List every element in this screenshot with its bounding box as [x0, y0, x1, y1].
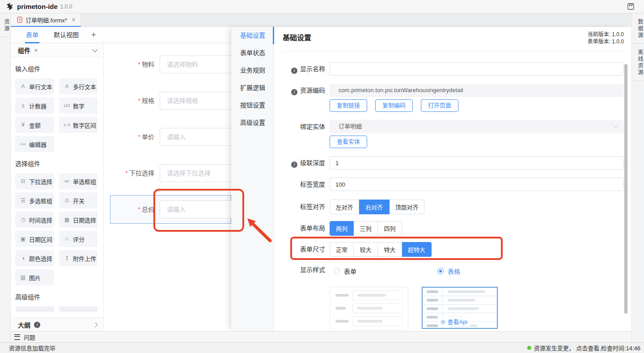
component-label: 日期区间 — [29, 235, 52, 243]
field-input-规格[interactable]: 请选择规格 — [160, 92, 231, 110]
resource-code-value: com.primeton.ton.psi.tonWarehousingentry… — [330, 84, 624, 97]
component-date-picker[interactable]: ▦日期选择 — [59, 212, 98, 228]
button-复制链接[interactable]: 复制链接 — [330, 99, 367, 112]
save-icon[interactable] — [627, 3, 634, 10]
settings-nav-基础设置[interactable]: 基础设置 — [231, 27, 274, 44]
color-picker-icon: ◑ — [19, 255, 27, 261]
section-title: 选择组件 — [15, 159, 99, 168]
components-panel-header[interactable]: 组件 ≡ — [11, 43, 103, 57]
component-color-picker[interactable]: ◑颜色选择 — [15, 250, 54, 266]
field-input-下拉选择[interactable]: 请选择下拉选择 — [160, 164, 231, 182]
settings-nav-按钮设置[interactable]: 按钮设置 — [231, 97, 274, 114]
date-picker-icon: ▦ — [63, 217, 71, 223]
component-label: 多选框组 — [29, 196, 52, 205]
right-rail-item-1[interactable]: 离线资源 — [632, 48, 644, 81]
button-复制编码[interactable]: 复制编码 — [375, 99, 413, 112]
option-三列[interactable]: 三列 — [354, 221, 378, 236]
option-特大[interactable]: 特大 — [378, 242, 402, 257]
field-row-单价: *单价请输入 — [104, 128, 231, 146]
component-radio-group[interactable]: ≔单选框组 — [59, 173, 98, 189]
skeleton-row — [423, 288, 497, 296]
required-asterisk: * — [138, 133, 140, 140]
skeleton-row — [423, 305, 497, 313]
info-icon: i — [291, 162, 297, 168]
component-switch[interactable]: ⊙开关 — [59, 192, 98, 208]
cascade-depth-label: i级联深度 — [231, 156, 325, 170]
option-顶部对齐[interactable]: 顶部对齐 — [390, 200, 424, 214]
add-view-button[interactable]: + — [91, 30, 96, 40]
component-single-line-text[interactable]: A单行文本 — [15, 78, 54, 94]
component-number-range[interactable]: 1~3数字区间 — [59, 117, 98, 133]
component-dropdown-select[interactable]: ⊟下拉选择 — [15, 173, 54, 189]
left-rail-resources[interactable]: 资源 — [0, 18, 10, 37]
component-date-range[interactable]: ▣日期区间 — [15, 231, 54, 247]
radio-icon — [334, 268, 340, 274]
required-asterisk: * — [138, 97, 140, 104]
option-较大[interactable]: 较大 — [354, 242, 378, 257]
component-checkbox-group[interactable]: ☰多选框组 — [15, 192, 54, 208]
tab-form[interactable]: 表单 — [26, 27, 38, 43]
radio-group-icon: ≔ — [63, 178, 71, 184]
tab-close-icon[interactable]: × — [71, 16, 76, 23]
component-clipped[interactable] — [59, 306, 98, 312]
option-两列[interactable]: 两列 — [330, 221, 354, 236]
radio-form-style[interactable]: 表单 — [330, 267, 356, 276]
info-icon: i — [291, 89, 297, 95]
component-rating[interactable]: ☆评分 — [59, 231, 98, 247]
skeleton-input — [352, 290, 402, 300]
component-image[interactable]: ▧图片 — [15, 269, 54, 285]
option-左对齐[interactable]: 左对齐 — [330, 200, 359, 214]
form-style-preview-card[interactable] — [330, 287, 408, 331]
cascade-depth-input[interactable] — [330, 156, 624, 170]
component-time-picker[interactable]: ◷时间选择 — [15, 212, 54, 228]
rating-icon: ☆ — [63, 236, 71, 242]
component-label: 单行文本 — [29, 82, 52, 91]
settings-panel: 基础设置表单状态业务规则扩展逻辑按钮设置高级设置 基础设置 当前版本: 1.0.… — [231, 27, 631, 331]
option-超特大[interactable]: 超特大 — [402, 242, 432, 257]
view-api-link[interactable]: ◎ 查看Api — [438, 316, 470, 327]
display-name-input[interactable] — [330, 62, 624, 76]
settings-header: 基础设置 — [283, 32, 311, 43]
field-input-单价[interactable]: 请输入 — [160, 128, 231, 146]
resource-code-actions: 复制链接复制编码打开页面 — [330, 99, 458, 112]
table-style-preview-card[interactable]: ◎ 查看Api — [422, 287, 498, 329]
button-打开页面[interactable]: 打开页面 — [421, 99, 458, 112]
skeleton-bar — [427, 290, 438, 293]
option-右对齐[interactable]: 右对齐 — [359, 200, 390, 214]
status-dot-icon — [527, 346, 531, 350]
component-label: 多行文本 — [73, 82, 96, 91]
app-title: primeton-ide — [17, 3, 58, 10]
component-clipped[interactable] — [15, 306, 54, 312]
settings-nav-表单状态[interactable]: 表单状态 — [231, 44, 274, 62]
problems-bar[interactable]: 问题 — [11, 331, 631, 342]
editor-tab[interactable]: 订单明细.formx* × — [11, 13, 81, 27]
panel-scrollbar[interactable] — [624, 64, 627, 314]
outline-bar[interactable]: 大纲 i — [11, 318, 104, 331]
component-editor[interactable]: A≡编辑器 — [15, 136, 54, 152]
bind-entity-select[interactable]: 订单明细 — [330, 120, 624, 133]
component-label: 计数器 — [29, 102, 47, 110]
right-rail-item-0[interactable]: 数据源 — [632, 18, 644, 44]
label-width-input[interactable] — [330, 178, 624, 191]
field-label: *总价 — [104, 200, 154, 218]
radio-table-style[interactable]: 表格 — [433, 267, 460, 276]
resource-change-notice[interactable]: 资源发生变更， 点击查看,检查时间:14:46 — [527, 344, 640, 352]
component-label: 数字区间 — [73, 121, 96, 129]
option-四列[interactable]: 四列 — [378, 221, 402, 236]
component-amount[interactable]: ¥金额 — [15, 117, 54, 133]
component-label: 下拉选择 — [29, 177, 52, 186]
collapse-chevron-icon[interactable] — [92, 47, 98, 52]
component-number[interactable]: 123数字 — [59, 98, 98, 114]
section-title: 高级组件 — [15, 292, 99, 301]
view-entity-button[interactable]: 查看实体 — [330, 136, 367, 148]
skeleton-bar — [427, 324, 438, 327]
component-label: 日期选择 — [73, 216, 96, 224]
component-file-upload[interactable]: ↥附件上传 — [59, 250, 98, 266]
field-input-总价[interactable]: 请输入 — [160, 200, 231, 218]
form-size-segment: 正常较大特大超特大 — [330, 242, 432, 257]
tab-default-view[interactable]: 默认视图 — [54, 27, 79, 43]
component-counter[interactable]: ±计数器 — [15, 98, 54, 114]
component-multi-line-text[interactable]: A多行文本 — [59, 78, 98, 94]
option-正常[interactable]: 正常 — [330, 242, 354, 257]
field-input-物料[interactable]: 请选择物料 — [160, 55, 231, 73]
